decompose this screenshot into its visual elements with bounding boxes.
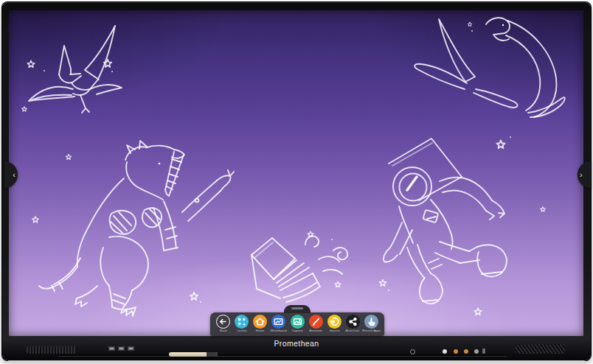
- menu-item-capture[interactable]: Capture: [288, 315, 307, 334]
- activcast-share-icon: [346, 315, 360, 329]
- bezel-led: [464, 349, 468, 354]
- home-icon: [253, 315, 267, 329]
- menu-item-locker[interactable]: Locker: [232, 315, 251, 334]
- stylus-tip: [207, 352, 218, 357]
- screen-canvas[interactable]: [9, 10, 583, 336]
- menu-handle[interactable]: [284, 305, 311, 313]
- pterodactyl-drawing: [22, 26, 122, 113]
- astronaut-drawing: [380, 139, 546, 315]
- menu-item-label: Whiteboard: [271, 329, 288, 332]
- menu-item-label: Capture: [291, 329, 303, 332]
- power-button: [410, 349, 415, 354]
- sea-dinosaur-drawing: [415, 18, 565, 117]
- menu-item-label: ActivCast: [346, 329, 360, 332]
- activpanel-photo: ‹ › Back Locker: [0, 0, 593, 364]
- menu-item-home[interactable]: Home: [251, 315, 269, 334]
- menu-item-back[interactable]: Back: [214, 315, 232, 334]
- chevron-right-icon: ›: [580, 171, 583, 179]
- capture-image-icon: [291, 315, 305, 329]
- chevron-left-icon: ‹: [13, 171, 15, 179]
- triceratops-unicorn-drawing: [32, 141, 234, 316]
- menu-item-recent-apps[interactable]: Recent Apps: [362, 315, 381, 334]
- bezel-button: [443, 349, 447, 354]
- menu-item-label: Locker: [237, 329, 246, 332]
- handle-grip-line: [291, 307, 303, 309]
- menu-item-label: Recent Apps: [362, 329, 381, 332]
- panel-base-reflection: [7, 360, 586, 363]
- menu-item-label: Back: [220, 329, 227, 332]
- recent-apps-hand-icon: [364, 315, 378, 329]
- annotate-pen-icon: [309, 315, 323, 329]
- brand-logo: Promethean: [0, 339, 593, 348]
- whiteboard-icon: [271, 315, 285, 329]
- menu-item-activcast[interactable]: ActivCast: [344, 315, 362, 334]
- magic-book-drawing: [252, 231, 347, 302]
- locker-apps-icon: [235, 315, 249, 329]
- chalk-drawing-layer: [9, 10, 583, 336]
- menu-item-label: Source: [329, 329, 339, 332]
- star-dots: [44, 30, 511, 303]
- floating-menu-bar: Back Locker Home: [210, 312, 384, 336]
- bezel-led: [454, 349, 458, 354]
- menu-item-label: Annotate: [309, 329, 322, 332]
- menu-item-source[interactable]: Source: [325, 315, 344, 334]
- back-icon: [216, 315, 230, 329]
- bezel-sensor: [482, 349, 485, 354]
- pen-tray: [58, 354, 507, 357]
- menu-item-whiteboard[interactable]: Whiteboard: [269, 315, 288, 334]
- menu-item-annotate[interactable]: Annotate: [307, 315, 325, 334]
- bezel-button: [474, 349, 479, 354]
- stylus-pen: [169, 352, 218, 357]
- source-input-icon: [327, 315, 341, 329]
- menu-item-label: Home: [256, 329, 265, 332]
